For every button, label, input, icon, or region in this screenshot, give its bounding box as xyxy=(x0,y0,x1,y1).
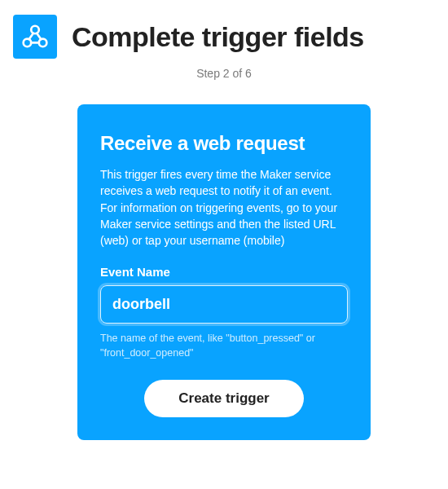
create-trigger-button[interactable]: Create trigger xyxy=(144,380,303,417)
svg-point-0 xyxy=(31,26,39,34)
webhook-icon xyxy=(13,15,57,59)
event-name-hint: The name of the event, like "button_pres… xyxy=(100,332,348,360)
page-title: Complete trigger fields xyxy=(72,21,364,53)
card-title: Receive a web request xyxy=(100,132,348,155)
svg-point-1 xyxy=(24,39,32,47)
svg-point-2 xyxy=(39,39,47,47)
trigger-card: Receive a web request This trigger fires… xyxy=(77,104,371,440)
page-header: Complete trigger fields xyxy=(13,15,438,59)
event-name-label: Event Name xyxy=(100,265,348,279)
card-description: This trigger fires every time the Maker … xyxy=(100,166,348,249)
step-indicator: Step 2 of 6 xyxy=(10,67,438,80)
event-name-input[interactable] xyxy=(100,285,348,324)
